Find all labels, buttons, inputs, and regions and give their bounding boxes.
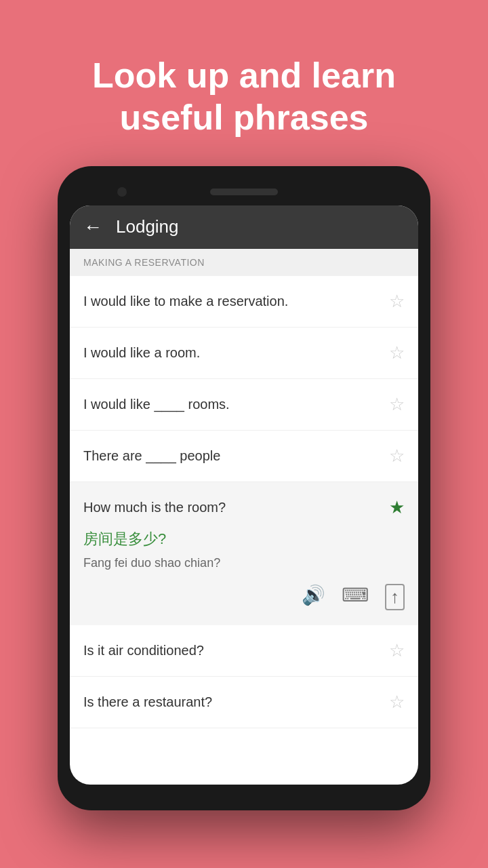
phrase-item-top: How much is the room? ★: [83, 497, 405, 518]
phrase-text: I would like a room.: [83, 345, 389, 361]
phone-top: [70, 178, 418, 205]
star-icon[interactable]: ☆: [389, 692, 405, 713]
section-header: MAKING A RESERVATION: [70, 249, 418, 276]
phrase-list: I would like to make a reservation. ☆ I …: [70, 276, 418, 728]
section-label: MAKING A RESERVATION: [83, 257, 205, 268]
phone-wrapper: ← Lodging MAKING A RESERVATION I would l…: [0, 166, 488, 868]
phrase-text: I would like to make a reservation.: [83, 294, 389, 309]
phrase-item[interactable]: I would like to make a reservation. ☆: [70, 276, 418, 328]
phrase-text: How much is the room?: [83, 500, 389, 515]
phrase-text: I would like ____ rooms.: [83, 397, 389, 412]
phrase-romanized: Fang fei duo shao chian?: [83, 556, 220, 570]
keyboard-icon[interactable]: ⌨: [342, 584, 369, 610]
phrase-text: Is it air conditioned?: [83, 643, 389, 658]
star-icon[interactable]: ☆: [389, 394, 405, 415]
star-icon[interactable]: ☆: [389, 640, 405, 661]
phrase-text: Is there a restaurant?: [83, 694, 389, 710]
phrase-item[interactable]: There are ____ people ☆: [70, 431, 418, 482]
speaker-icon[interactable]: 🔊: [302, 584, 325, 610]
phrase-item[interactable]: Is it air conditioned? ☆: [70, 625, 418, 677]
star-icon[interactable]: ☆: [389, 342, 405, 363]
app-header: ← Lodging: [70, 205, 418, 249]
star-icon[interactable]: ☆: [389, 446, 405, 467]
hero-title: Look up and learnuseful phrases: [41, 54, 447, 139]
phone-speaker: [210, 189, 278, 195]
hero-section: Look up and learnuseful phrases: [0, 0, 488, 166]
app-header-title: Lodging: [116, 216, 179, 237]
star-icon[interactable]: ☆: [389, 291, 405, 312]
phrase-actions: 🔊 ⌨ ↑: [302, 584, 405, 610]
phrase-item[interactable]: Is there a restaurant? ☆: [70, 677, 418, 728]
phrase-item[interactable]: I would like ____ rooms. ☆: [70, 379, 418, 431]
phrase-text: There are ____ people: [83, 448, 389, 464]
share-icon[interactable]: ↑: [385, 584, 405, 610]
phone-camera: [117, 187, 127, 197]
phrase-item[interactable]: I would like a room. ☆: [70, 328, 418, 379]
phone-screen: ← Lodging MAKING A RESERVATION I would l…: [70, 205, 418, 785]
phone-mockup: ← Lodging MAKING A RESERVATION I would l…: [58, 166, 430, 810]
phrase-item-expanded[interactable]: How much is the room? ★ 房间是多少? Fang fei …: [70, 482, 418, 625]
star-icon-active[interactable]: ★: [389, 497, 405, 518]
back-button[interactable]: ←: [83, 216, 102, 238]
phrase-translation: 房间是多少?: [83, 529, 166, 549]
